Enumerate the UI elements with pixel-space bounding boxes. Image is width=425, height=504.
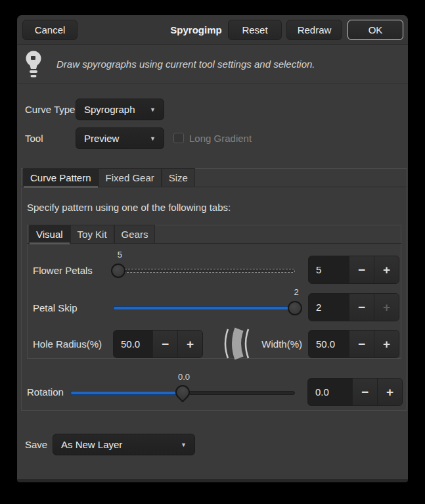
curve-type-value: Spyrograph [84,104,135,115]
rotation-entry[interactable]: 0.0 [308,378,352,405]
tab-visual[interactable]: Visual [29,225,70,243]
rotation-slider[interactable]: 0.0 [70,385,295,401]
flower-petals-slider[interactable]: 5 [113,263,295,279]
ok-button[interactable]: OK [347,20,403,40]
petal-skip-spinbox: 2 − + [308,293,399,321]
flower-petals-spinbox: 5 − + [308,256,399,284]
tab-fixed-gear[interactable]: Fixed Gear [99,168,162,187]
chevron-down-icon: ▼ [150,106,156,113]
plus-button[interactable]: + [374,256,399,283]
petal-skip-slider[interactable]: 2 [113,300,295,316]
width-entry[interactable]: 50.0 [309,331,349,357]
spyrogimp-dialog: Cancel Spyrogimp Reset Redraw OK Draw sp… [17,15,408,482]
tab-size[interactable]: Size [162,168,195,187]
slider-fill [70,391,183,395]
save-label: Save [25,434,47,455]
slider-trough[interactable] [113,269,295,273]
slider-handle[interactable] [172,382,192,402]
pattern-tabbar: Curve Pattern Fixed Gear Size [21,168,407,187]
reset-button[interactable]: Reset [228,20,282,40]
chevron-down-icon: ▼ [150,135,156,142]
petal-skip-label: Petal Skip [33,294,78,322]
tool-value: Preview [84,133,119,144]
hole-radius-label: Hole Radius(%) [33,330,102,358]
petal-skip-slider-value: 2 [288,287,305,297]
chevron-down-icon: ▼ [181,442,187,448]
rotation-spinbox: 0.0 − + [307,378,403,406]
curve-type-label: Curve Type [25,99,75,120]
width-spinbox: 50.0 − + [308,330,399,358]
visual-notebook: Visual Toy Kit Gears Flower Petals 5 5 −… [27,225,401,359]
tab-gears[interactable]: Gears [114,225,156,243]
lightbulb-icon [24,50,46,79]
curve-type-dropdown[interactable]: Spyrograph ▼ [76,99,164,120]
flower-petals-slider-value: 5 [111,250,128,260]
long-gradient-checkbox[interactable] [173,133,184,143]
hole-radius-entry[interactable]: 50.0 [114,331,152,357]
plus-button[interactable]: + [377,378,402,405]
slider-handle[interactable] [288,301,302,315]
rotation-label: Rotation [27,378,64,406]
tool-label: Tool [25,127,43,149]
info-bar: Draw spyrographs using current tool sett… [17,45,408,84]
minus-button[interactable]: − [352,378,377,405]
flower-petals-entry[interactable]: 5 [309,256,349,283]
petal-skip-entry[interactable]: 2 [309,294,349,321]
minus-button[interactable]: − [349,331,374,357]
save-dropdown[interactable]: As New Layer ▼ [53,434,195,455]
pattern-instruction: Specify pattern using one of the followi… [27,202,231,213]
plus-button[interactable]: + [177,331,202,357]
minus-button[interactable]: − [349,256,374,283]
redraw-button[interactable]: Redraw [286,20,342,40]
dialog-description: Draw spyrographs using current tool sett… [56,58,315,70]
minus-button[interactable]: − [349,294,374,321]
slider-handle[interactable] [111,263,125,278]
tab-curve-pattern[interactable]: Curve Pattern [23,168,99,187]
rotation-slider-value: 0.0 [175,372,192,382]
pattern-notebook: Curve Pattern Fixed Gear Size Specify pa… [21,168,407,411]
flower-petals-label: Flower Petals [33,256,93,285]
minus-button[interactable]: − [152,331,177,357]
tab-toy-kit[interactable]: Toy Kit [70,225,114,243]
headerbar: Cancel Spyrogimp Reset Redraw OK [17,15,408,45]
long-gradient-label: Long Gradient [189,127,252,149]
hole-position-icon [220,327,254,360]
plus-button[interactable]: + [374,331,399,357]
slider-fill [113,306,295,310]
hole-radius-spinbox: 50.0 − + [113,330,203,358]
plus-button: + [374,294,399,321]
visual-tabbar: Visual Toy Kit Gears [27,225,401,244]
width-label: Width(%) [259,330,302,358]
save-value: As New Layer [61,439,122,450]
tool-dropdown[interactable]: Preview ▼ [76,127,164,149]
